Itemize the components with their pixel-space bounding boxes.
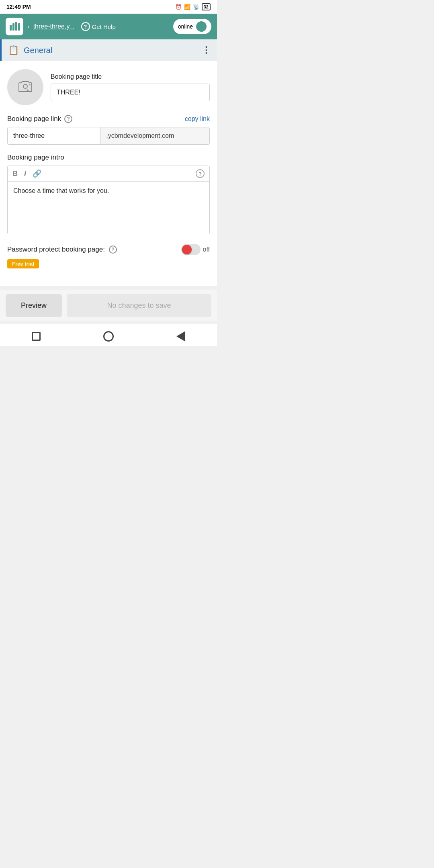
signal-icon: 📶 (184, 4, 190, 10)
link-domain: .ycbmdevelopment.com (100, 127, 209, 144)
battery-icon: 32 (202, 3, 211, 10)
status-bar: 12:49 PM ⏰ 📶 📡 32 (0, 0, 217, 14)
booking-title-section: + Booking page title (7, 69, 210, 105)
svg-rect-0 (10, 25, 12, 31)
online-label: online (178, 23, 193, 30)
password-row: Password protect booking page: ? off (7, 244, 210, 255)
nav-bar: › three-three.y... ? Get Help online (0, 14, 217, 39)
bold-button[interactable]: B (12, 170, 18, 178)
app-logo[interactable] (6, 18, 23, 35)
password-label: Password protect booking page: (7, 246, 105, 254)
help-label: Get Help (92, 23, 116, 30)
time-display: 12:49 PM (6, 4, 31, 10)
svg-text:+: + (27, 88, 29, 93)
link-button[interactable]: 🔗 (33, 169, 41, 178)
preview-button[interactable]: Preview (6, 294, 62, 317)
square-icon (32, 332, 41, 341)
breadcrumb-chevron: › (27, 23, 29, 30)
svg-rect-2 (15, 22, 17, 31)
toggle-knob (196, 21, 207, 32)
italic-button[interactable]: I (24, 170, 26, 178)
svg-rect-1 (12, 23, 14, 31)
avatar-upload[interactable]: + (7, 69, 43, 105)
booking-link-section: Booking page link ? copy link .ycbmdevel… (7, 115, 210, 145)
back-button[interactable] (175, 331, 186, 342)
intro-body[interactable]: Choose a time that works for you. (8, 182, 209, 234)
wifi-icon: 📡 (193, 4, 199, 10)
editor-help-icon[interactable]: ? (196, 169, 205, 178)
general-icon: 📋 (8, 45, 19, 55)
intro-label: Booking page intro (7, 154, 210, 162)
camera-icon: + (18, 79, 33, 96)
circle-icon (103, 331, 114, 342)
svg-rect-3 (18, 23, 20, 31)
bottom-buttons: Preview No changes to save (0, 290, 217, 321)
toggle-state-label: off (203, 246, 210, 253)
copy-link-button[interactable]: copy link (185, 115, 210, 123)
booking-intro-section: Booking page intro B I 🔗 ? Choose a time… (7, 154, 210, 234)
password-section: Password protect booking page: ? off Fre… (7, 244, 210, 268)
breadcrumb-link[interactable]: three-three.y... (33, 23, 75, 30)
link-help-icon[interactable]: ? (64, 115, 72, 123)
section-title: General (24, 46, 197, 55)
section-menu-icon[interactable]: ⋮ (202, 45, 211, 55)
booking-link-label: Booking page link (7, 115, 61, 123)
main-content: + Booking page title Booking page link ?… (0, 61, 217, 286)
link-header: Booking page link ? copy link (7, 115, 210, 123)
link-slug-input[interactable] (8, 127, 100, 144)
help-circle-icon: ? (81, 22, 90, 31)
status-icons: ⏰ 📶 📡 32 (175, 3, 211, 10)
android-nav (0, 324, 217, 346)
link-label-row: Booking page link ? (7, 115, 72, 123)
password-toggle[interactable]: off (181, 244, 210, 255)
toggle-knob-red (182, 245, 192, 254)
online-toggle[interactable]: online (173, 19, 211, 34)
home-button[interactable] (103, 331, 114, 342)
recent-apps-button[interactable] (31, 331, 42, 342)
save-button: No changes to save (67, 294, 211, 317)
password-help-icon[interactable]: ? (109, 246, 117, 254)
booking-title-group: Booking page title (51, 73, 210, 101)
editor-toolbar: B I 🔗 ? (8, 166, 209, 182)
toggle-switch[interactable] (181, 244, 201, 255)
alarm-icon: ⏰ (175, 4, 182, 10)
link-input-row: .ycbmdevelopment.com (7, 127, 210, 145)
booking-title-label: Booking page title (51, 73, 210, 80)
free-trial-badge[interactable]: Free trial (7, 259, 39, 268)
back-icon (176, 331, 185, 342)
booking-title-input[interactable] (51, 84, 210, 101)
intro-editor: B I 🔗 ? Choose a time that works for you… (7, 166, 210, 234)
help-button[interactable]: ? Get Help (81, 22, 116, 31)
section-header: 📋 General ⋮ (0, 39, 217, 61)
